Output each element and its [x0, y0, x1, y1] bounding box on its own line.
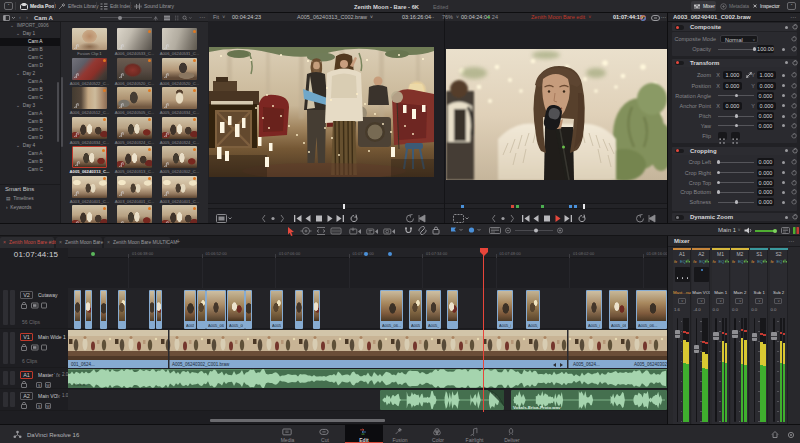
svg-text:A005_06240302_C001.braw: A005_06240302_C001.braw — [172, 362, 230, 367]
svg-text:A005_06240302_C001.braw: A005_06240302_C001.braw — [634, 362, 667, 367]
svg-text:...rts.wav: ...rts.wav — [71, 382, 87, 387]
svg-text:Vocals-Erica-Proto.wav: Vocals-Erica-Proto.wav — [513, 405, 561, 410]
svg-text:A005_0624...: A005_0624... — [573, 362, 600, 367]
svg-text:001_0624...: 001_0624... — [71, 362, 95, 367]
